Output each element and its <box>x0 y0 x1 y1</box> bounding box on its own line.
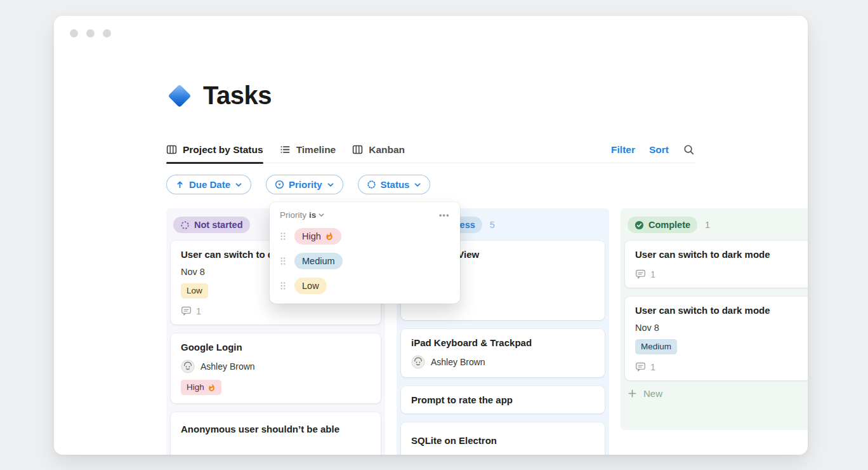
comment-count: 1 <box>635 269 808 279</box>
comment-icon <box>181 306 192 316</box>
status-filter-chip[interactable]: Status <box>358 175 431 194</box>
task-card[interactable]: User can switch to dark mode 1 <box>625 241 808 288</box>
tab-timeline[interactable]: Timeline <box>280 137 336 163</box>
priority-tag: Low <box>181 283 208 299</box>
board-view-icon <box>166 144 177 155</box>
drag-handle-icon[interactable] <box>280 232 286 241</box>
avatar <box>411 355 425 369</box>
filter-button[interactable]: Filter <box>611 144 635 156</box>
window-control-dot[interactable] <box>86 29 95 37</box>
page-header: Tasks <box>169 81 272 110</box>
flame-icon <box>207 384 216 392</box>
chevron-down-icon <box>414 181 421 189</box>
column-complete: Complete 1 User can switch to dark mode … <box>621 208 808 430</box>
sort-button[interactable]: Sort <box>649 144 669 156</box>
priority-option-low[interactable]: Low <box>280 278 450 294</box>
new-card-label: New <box>643 388 662 399</box>
card-assignee: Ashley Brown <box>411 355 595 369</box>
task-card[interactable]: User can switch to dark mode Nov 8 Mediu… <box>625 297 808 380</box>
chip-label: Due Date <box>189 179 230 190</box>
drag-handle-icon[interactable] <box>280 281 286 290</box>
chevron-down-icon <box>235 181 242 189</box>
window-control-dot[interactable] <box>70 29 78 37</box>
task-card[interactable]: Google Login Ashley Brown High <box>171 333 381 403</box>
app-window: Tasks Project by Status Timeline Kanban <box>54 16 808 455</box>
priority-tag: Medium <box>635 339 677 354</box>
chip-label: Status <box>381 179 410 190</box>
tab-label: Kanban <box>369 144 405 156</box>
window-control-dot[interactable] <box>103 29 111 37</box>
priority-option-medium[interactable]: Medium <box>280 253 450 269</box>
card-title: Prompt to rate the app <box>411 394 595 405</box>
assignee-name: Ashley Brown <box>201 361 255 372</box>
chevron-down-icon <box>327 181 334 189</box>
timeline-view-icon <box>280 144 291 155</box>
task-card[interactable]: Anonymous user shouldn’t be able <box>171 412 381 455</box>
option-label: Low <box>302 281 319 291</box>
chip-label: Priority <box>289 179 322 190</box>
view-tab-bar: Project by Status Timeline Kanban Filter… <box>166 137 695 163</box>
card-due-date: Nov 8 <box>635 323 808 333</box>
filter-chip-row: Due Date Priority Status <box>166 175 430 194</box>
page-title: Tasks <box>203 81 272 110</box>
task-card[interactable]: SQLite on Electron <box>401 422 605 455</box>
card-title: Google Login <box>181 342 371 352</box>
column-name: Complete <box>648 220 690 230</box>
arrow-up-icon <box>175 180 185 189</box>
card-assignee: Ashley Brown <box>181 359 371 373</box>
tab-project-by-status[interactable]: Project by Status <box>166 137 263 163</box>
column-count: 5 <box>490 220 495 230</box>
column-status-pill[interactable]: Not started <box>173 217 250 233</box>
flame-icon <box>325 232 334 241</box>
option-label: Medium <box>302 256 335 266</box>
card-title: SQLite on Electron <box>411 435 595 446</box>
option-label: High <box>302 231 321 241</box>
task-card[interactable]: iPad Keyboard & Trackpad Ashley Brown <box>401 329 605 377</box>
priority-option-high[interactable]: High <box>280 228 450 245</box>
card-title: Anonymous user shouldn’t be able <box>181 424 371 434</box>
kanban-board: Not started User can switch to dark mode… <box>166 208 808 455</box>
comment-count: 1 <box>181 306 371 316</box>
select-circle-icon <box>275 180 284 189</box>
column-count: 1 <box>705 220 710 230</box>
new-card-button[interactable]: New <box>628 388 808 399</box>
task-card[interactable]: Prompt to rate the app <box>401 386 605 413</box>
due-date-filter-chip[interactable]: Due Date <box>166 175 251 194</box>
card-title: User can switch to dark mode <box>635 305 808 316</box>
priority-filter-dropdown: Priority is ••• High Medium <box>270 202 460 304</box>
board-view-icon <box>352 144 363 155</box>
tab-label: Timeline <box>296 144 336 156</box>
comment-icon <box>635 361 646 372</box>
blue-diamond-icon <box>169 85 190 107</box>
dashed-circle-icon <box>180 220 190 230</box>
dropdown-field-label: Priority <box>280 210 306 220</box>
status-spinner-icon <box>367 180 376 189</box>
comment-count: 1 <box>635 361 808 372</box>
card-title: User can switch to dark mode <box>635 249 808 260</box>
tab-kanban[interactable]: Kanban <box>352 137 405 163</box>
priority-tag: High <box>181 380 221 395</box>
check-circle-icon <box>635 220 644 230</box>
chevron-down-icon <box>318 211 325 218</box>
column-name: Not started <box>194 220 243 230</box>
plus-icon <box>628 389 637 398</box>
column-status-pill[interactable]: Complete <box>628 217 697 233</box>
card-title: iPad Keyboard & Trackpad <box>411 337 595 348</box>
drag-handle-icon[interactable] <box>280 257 286 265</box>
dropdown-operator[interactable]: is <box>309 210 316 220</box>
more-icon[interactable]: ••• <box>439 211 450 220</box>
window-controls <box>70 29 111 37</box>
avatar <box>181 359 195 373</box>
tab-label: Project by Status <box>183 144 263 156</box>
priority-filter-chip[interactable]: Priority <box>266 175 343 194</box>
comment-icon <box>635 269 646 279</box>
assignee-name: Ashley Brown <box>431 357 485 367</box>
search-icon[interactable] <box>683 144 695 156</box>
